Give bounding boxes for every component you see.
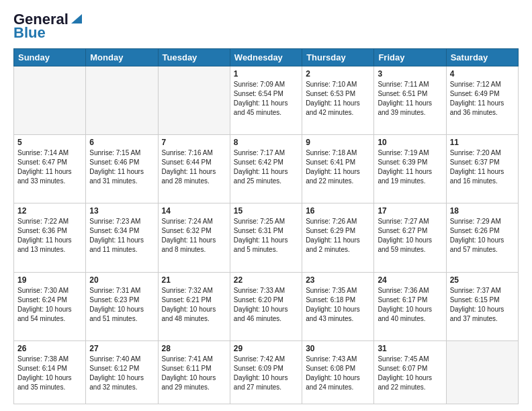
- day-info: Sunrise: 7:09 AM Sunset: 6:54 PM Dayligh…: [234, 80, 298, 118]
- page: General Blue SundayMondayTuesdayWednesda…: [0, 0, 532, 411]
- day-info: Sunrise: 7:20 AM Sunset: 6:37 PM Dayligh…: [450, 148, 515, 186]
- day-info: Sunrise: 7:30 AM Sunset: 6:24 PM Dayligh…: [17, 286, 82, 324]
- day-of-week-header: Tuesday: [158, 49, 230, 66]
- calendar-day-cell: 2Sunrise: 7:10 AM Sunset: 6:53 PM Daylig…: [302, 66, 374, 135]
- day-number: 2: [306, 69, 370, 79]
- day-info: Sunrise: 7:22 AM Sunset: 6:36 PM Dayligh…: [17, 217, 82, 255]
- header: General Blue: [13, 11, 519, 42]
- day-of-week-header: Thursday: [302, 49, 374, 66]
- calendar-day-cell: 12Sunrise: 7:22 AM Sunset: 6:36 PM Dayli…: [14, 203, 86, 272]
- day-number: 30: [306, 344, 370, 353]
- day-info: Sunrise: 7:29 AM Sunset: 6:26 PM Dayligh…: [450, 217, 515, 255]
- calendar-week-row: 19Sunrise: 7:30 AM Sunset: 6:24 PM Dayli…: [14, 272, 519, 340]
- calendar-day-cell: 27Sunrise: 7:40 AM Sunset: 6:12 PM Dayli…: [86, 340, 158, 404]
- day-number: 25: [450, 275, 515, 285]
- calendar-week-row: 12Sunrise: 7:22 AM Sunset: 6:36 PM Dayli…: [14, 203, 519, 272]
- day-number: 21: [162, 275, 226, 285]
- calendar-day-cell: 1Sunrise: 7:09 AM Sunset: 6:54 PM Daylig…: [230, 66, 302, 135]
- day-number: 9: [306, 138, 370, 147]
- calendar-day-cell: [14, 66, 86, 135]
- day-number: 23: [306, 275, 370, 285]
- calendar-day-cell: 15Sunrise: 7:25 AM Sunset: 6:31 PM Dayli…: [230, 203, 302, 272]
- day-info: Sunrise: 7:19 AM Sunset: 6:39 PM Dayligh…: [378, 148, 442, 186]
- day-of-week-header: Wednesday: [230, 49, 302, 66]
- day-info: Sunrise: 7:37 AM Sunset: 6:15 PM Dayligh…: [450, 286, 515, 324]
- day-number: 20: [89, 275, 154, 285]
- day-number: 18: [450, 206, 515, 216]
- calendar-day-cell: 4Sunrise: 7:12 AM Sunset: 6:49 PM Daylig…: [446, 66, 518, 135]
- day-info: Sunrise: 7:27 AM Sunset: 6:27 PM Dayligh…: [378, 217, 442, 255]
- calendar-day-cell: 24Sunrise: 7:36 AM Sunset: 6:17 PM Dayli…: [374, 272, 446, 340]
- calendar-day-cell: 29Sunrise: 7:42 AM Sunset: 6:09 PM Dayli…: [230, 340, 302, 404]
- calendar-header-row: SundayMondayTuesdayWednesdayThursdayFrid…: [14, 49, 519, 66]
- calendar-day-cell: 20Sunrise: 7:31 AM Sunset: 6:23 PM Dayli…: [86, 272, 158, 340]
- day-number: 15: [234, 206, 298, 216]
- day-number: 5: [17, 138, 82, 147]
- calendar-week-row: 26Sunrise: 7:38 AM Sunset: 6:14 PM Dayli…: [14, 340, 519, 404]
- calendar-day-cell: 22Sunrise: 7:33 AM Sunset: 6:20 PM Dayli…: [230, 272, 302, 340]
- calendar-day-cell: 11Sunrise: 7:20 AM Sunset: 6:37 PM Dayli…: [446, 135, 518, 203]
- day-of-week-header: Saturday: [446, 49, 518, 66]
- day-number: 26: [17, 344, 82, 353]
- calendar-day-cell: 30Sunrise: 7:43 AM Sunset: 6:08 PM Dayli…: [302, 340, 374, 404]
- calendar-day-cell: 3Sunrise: 7:11 AM Sunset: 6:51 PM Daylig…: [374, 66, 446, 135]
- day-info: Sunrise: 7:15 AM Sunset: 6:46 PM Dayligh…: [89, 148, 154, 186]
- day-info: Sunrise: 7:26 AM Sunset: 6:29 PM Dayligh…: [306, 217, 370, 255]
- calendar-day-cell: 10Sunrise: 7:19 AM Sunset: 6:39 PM Dayli…: [374, 135, 446, 203]
- calendar-day-cell: 25Sunrise: 7:37 AM Sunset: 6:15 PM Dayli…: [446, 272, 518, 340]
- calendar-day-cell: 9Sunrise: 7:18 AM Sunset: 6:41 PM Daylig…: [302, 135, 374, 203]
- day-info: Sunrise: 7:31 AM Sunset: 6:23 PM Dayligh…: [89, 286, 154, 324]
- calendar-day-cell: 31Sunrise: 7:45 AM Sunset: 6:07 PM Dayli…: [374, 340, 446, 404]
- calendar-week-row: 5Sunrise: 7:14 AM Sunset: 6:47 PM Daylig…: [14, 135, 519, 203]
- day-info: Sunrise: 7:35 AM Sunset: 6:18 PM Dayligh…: [306, 286, 370, 324]
- calendar-day-cell: 7Sunrise: 7:16 AM Sunset: 6:44 PM Daylig…: [158, 135, 230, 203]
- day-info: Sunrise: 7:43 AM Sunset: 6:08 PM Dayligh…: [306, 355, 370, 392]
- day-number: 4: [450, 69, 515, 79]
- day-number: 3: [378, 69, 442, 79]
- day-info: Sunrise: 7:36 AM Sunset: 6:17 PM Dayligh…: [378, 286, 442, 324]
- day-number: 24: [378, 275, 442, 285]
- day-info: Sunrise: 7:12 AM Sunset: 6:49 PM Dayligh…: [450, 80, 515, 118]
- day-number: 6: [89, 138, 154, 147]
- day-number: 16: [306, 206, 370, 216]
- logo-arrow-icon: [71, 11, 82, 24]
- calendar-day-cell: 21Sunrise: 7:32 AM Sunset: 6:21 PM Dayli…: [158, 272, 230, 340]
- day-of-week-header: Friday: [374, 49, 446, 66]
- calendar-day-cell: 19Sunrise: 7:30 AM Sunset: 6:24 PM Dayli…: [14, 272, 86, 340]
- day-info: Sunrise: 7:10 AM Sunset: 6:53 PM Dayligh…: [306, 80, 370, 118]
- calendar-day-cell: 18Sunrise: 7:29 AM Sunset: 6:26 PM Dayli…: [446, 203, 518, 272]
- logo: General Blue: [13, 11, 82, 42]
- day-number: 28: [162, 344, 226, 353]
- day-info: Sunrise: 7:40 AM Sunset: 6:12 PM Dayligh…: [89, 355, 154, 392]
- day-info: Sunrise: 7:42 AM Sunset: 6:09 PM Dayligh…: [234, 355, 298, 392]
- calendar-day-cell: 6Sunrise: 7:15 AM Sunset: 6:46 PM Daylig…: [86, 135, 158, 203]
- calendar-table: SundayMondayTuesdayWednesdayThursdayFrid…: [13, 48, 519, 404]
- day-info: Sunrise: 7:18 AM Sunset: 6:41 PM Dayligh…: [306, 148, 370, 186]
- day-info: Sunrise: 7:14 AM Sunset: 6:47 PM Dayligh…: [17, 148, 82, 186]
- day-number: 14: [162, 206, 226, 216]
- day-number: 11: [450, 138, 515, 147]
- svg-marker-0: [71, 14, 82, 24]
- day-number: 19: [17, 275, 82, 285]
- day-number: 8: [234, 138, 298, 147]
- calendar-day-cell: 26Sunrise: 7:38 AM Sunset: 6:14 PM Dayli…: [14, 340, 86, 404]
- day-number: 7: [162, 138, 226, 147]
- day-info: Sunrise: 7:17 AM Sunset: 6:42 PM Dayligh…: [234, 148, 298, 186]
- day-info: Sunrise: 7:41 AM Sunset: 6:11 PM Dayligh…: [162, 355, 226, 392]
- day-number: 27: [89, 344, 154, 353]
- calendar-day-cell: 8Sunrise: 7:17 AM Sunset: 6:42 PM Daylig…: [230, 135, 302, 203]
- logo-blue-text: Blue: [13, 24, 46, 42]
- calendar-day-cell: 16Sunrise: 7:26 AM Sunset: 6:29 PM Dayli…: [302, 203, 374, 272]
- day-of-week-header: Sunday: [14, 49, 86, 66]
- calendar-day-cell: 13Sunrise: 7:23 AM Sunset: 6:34 PM Dayli…: [86, 203, 158, 272]
- calendar-day-cell: 14Sunrise: 7:24 AM Sunset: 6:32 PM Dayli…: [158, 203, 230, 272]
- day-info: Sunrise: 7:45 AM Sunset: 6:07 PM Dayligh…: [378, 355, 442, 392]
- day-number: 13: [89, 206, 154, 216]
- day-of-week-header: Monday: [86, 49, 158, 66]
- calendar-day-cell: 5Sunrise: 7:14 AM Sunset: 6:47 PM Daylig…: [14, 135, 86, 203]
- day-number: 29: [234, 344, 298, 353]
- day-info: Sunrise: 7:25 AM Sunset: 6:31 PM Dayligh…: [234, 217, 298, 255]
- calendar-day-cell: [158, 66, 230, 135]
- calendar-day-cell: 28Sunrise: 7:41 AM Sunset: 6:11 PM Dayli…: [158, 340, 230, 404]
- day-info: Sunrise: 7:32 AM Sunset: 6:21 PM Dayligh…: [162, 286, 226, 324]
